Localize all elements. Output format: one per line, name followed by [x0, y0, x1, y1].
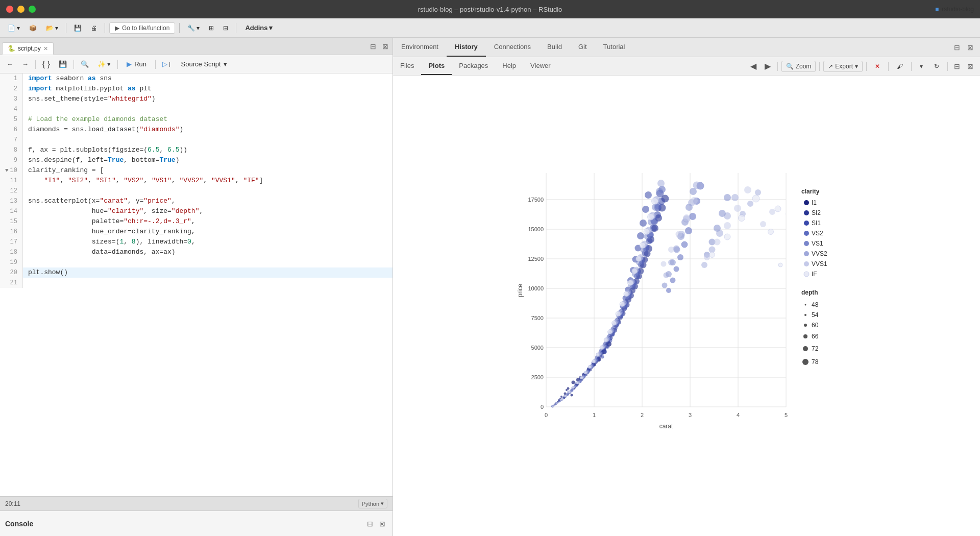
ed-sep-1 [35, 60, 36, 69]
plot-forward-button[interactable]: ▶ [762, 60, 774, 72]
maximize-viewer-button[interactable]: ⊠ [965, 61, 976, 71]
tab-viewer[interactable]: Viewer [523, 57, 558, 75]
svg-point-365 [752, 195, 760, 202]
sparkle-dropdown[interactable]: ▾ [107, 60, 111, 68]
svg-point-368 [778, 263, 782, 267]
svg-text:VS1: VS1 [812, 240, 823, 247]
tab-close-button[interactable]: ✕ [43, 45, 48, 52]
tab-help[interactable]: Help [495, 57, 523, 75]
tab-build[interactable]: Build [539, 38, 570, 57]
svg-point-381 [804, 251, 809, 256]
export-button[interactable]: ↗ Export ▾ [823, 61, 863, 72]
svg-point-289 [693, 182, 701, 189]
fold-arrow-10[interactable]: ▼ [5, 165, 9, 176]
script-tab[interactable]: 🐍 script.py ✕ [2, 42, 54, 55]
grid-button[interactable]: ⊞ [205, 22, 217, 34]
save-button[interactable]: 💾 [55, 58, 70, 70]
refresh-plot-dropdown[interactable]: ▾ [915, 61, 927, 72]
back-button[interactable]: ← [3, 58, 17, 70]
code-button[interactable]: { } [39, 58, 54, 71]
plot-back-button[interactable]: ◀ [747, 60, 760, 72]
line-number-14: 14 [0, 206, 23, 216]
maximize-button[interactable] [29, 6, 36, 13]
maximize-console-button[interactable]: ⊠ [377, 519, 387, 529]
open-dropdown-icon[interactable]: ▾ [55, 25, 58, 32]
toolbar-sep-4 [236, 23, 236, 33]
svg-text:VS2: VS2 [812, 230, 823, 237]
editor-tabs: 🐍 script.py ✕ ⊟ ⊠ [0, 38, 393, 55]
svg-point-176 [637, 232, 644, 239]
plot-area: 0 2500 5000 7500 10000 12500 15000 17500… [393, 76, 980, 536]
new-file-button[interactable]: 📄 ▾ [4, 22, 23, 34]
svg-point-349 [604, 338, 608, 342]
code-line-8: 8 f, ax = plt.subplots(figsize=(6.5, 6.5… [0, 145, 393, 155]
restore-top-panel-button[interactable]: ⊟ [951, 42, 963, 53]
zoom-button[interactable]: 🔍 Zoom [781, 61, 816, 72]
export-dropdown-icon: ▾ [855, 63, 858, 70]
layout-button[interactable]: ⊟ [219, 22, 232, 34]
addins-button[interactable]: Addins ▾ [240, 22, 277, 34]
debug-dropdown-icon[interactable]: ▾ [197, 25, 200, 32]
svg-point-290 [701, 262, 707, 268]
title-bar: rstudio-blog – post/rstudio-v1.4-python … [0, 0, 980, 18]
code-line-3: 3 sns.set_theme(style="whitegrid") [0, 94, 393, 104]
new-file-dropdown-icon[interactable]: ▾ [17, 25, 20, 32]
editor-status-bar: 20:11 Python ▾ [0, 496, 393, 510]
refresh-button[interactable]: ↻ [929, 61, 944, 72]
svg-point-398 [802, 359, 808, 365]
code-line-20: 20 plt.show() [0, 267, 393, 278]
svg-point-329 [704, 254, 710, 260]
run-button[interactable]: ▶ Run [121, 58, 152, 70]
maximize-top-panel-button[interactable]: ⊠ [965, 42, 976, 53]
tab-git[interactable]: Git [570, 38, 595, 57]
svg-point-283 [664, 273, 669, 278]
svg-point-340 [568, 391, 571, 394]
maximize-editor-button[interactable]: ⊠ [380, 41, 390, 52]
top-panel-actions: ⊟ ⊠ [951, 42, 980, 53]
tab-environment[interactable]: Environment [393, 38, 447, 57]
tab-files[interactable]: Files [393, 57, 421, 75]
forward-button[interactable]: → [18, 58, 32, 70]
print-button[interactable]: 🖨 [87, 22, 101, 34]
close-button[interactable] [6, 6, 13, 13]
tab-packages[interactable]: Packages [452, 57, 495, 75]
restore-button[interactable]: ⊟ [368, 41, 378, 52]
svg-point-336 [552, 406, 554, 407]
svg-text:VVS1: VVS1 [812, 260, 827, 267]
svg-point-375 [804, 221, 809, 226]
restore-viewer-button[interactable]: ⊟ [951, 61, 963, 71]
go-to-file-button[interactable]: ▶ Go to file/function [109, 22, 175, 34]
go-to-file-icon: ▶ [115, 25, 119, 32]
source-button[interactable]: Source Script ▾ [176, 58, 233, 70]
source-dropdown-btn[interactable]: ▷ | [159, 58, 174, 70]
source-icon: ▷ [162, 60, 167, 68]
svg-point-242 [656, 188, 663, 195]
svg-point-343 [580, 376, 583, 379]
tab-plots[interactable]: Plots [421, 57, 452, 75]
tab-history[interactable]: History [447, 38, 486, 57]
save-all-button[interactable]: 💾 [70, 22, 85, 34]
svg-text:15000: 15000 [528, 226, 544, 232]
line-number-21: 21 [0, 278, 23, 288]
new-project-button[interactable]: 📦 [26, 22, 40, 34]
restore-console-button[interactable]: ⊟ [365, 519, 375, 529]
code-line-12: 12 [0, 186, 393, 196]
svg-point-354 [624, 291, 629, 297]
debug-button[interactable]: 🔧 ▾ [184, 22, 203, 34]
source-dropdown-icon[interactable]: ▾ [224, 60, 227, 68]
delete-plot-button[interactable]: ✕ [870, 61, 885, 72]
window-controls[interactable] [6, 6, 36, 13]
minimize-button[interactable] [17, 6, 24, 13]
tab-connections[interactable]: Connections [486, 38, 539, 57]
ed-sep-3 [117, 60, 118, 69]
svg-text:0: 0 [541, 404, 544, 410]
svg-text:66: 66 [812, 333, 819, 340]
sparkle-button[interactable]: ✨ ▾ [94, 58, 114, 70]
svg-point-392 [804, 324, 807, 327]
search-button[interactable]: 🔍 [77, 58, 92, 70]
code-editor[interactable]: 1 import seaborn as sns 2 import matplot… [0, 74, 393, 496]
language-selector[interactable]: Python ▾ [358, 499, 387, 508]
tab-tutorial[interactable]: Tutorial [595, 38, 633, 57]
open-file-button[interactable]: 📂 ▾ [42, 22, 62, 34]
brush-button[interactable]: 🖌 [892, 61, 908, 72]
